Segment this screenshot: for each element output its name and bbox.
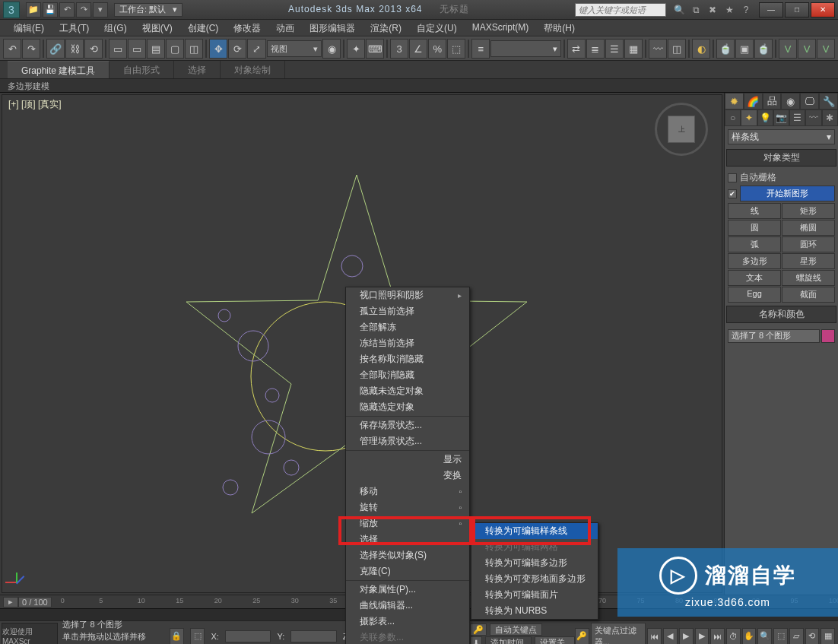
context-menu-item[interactable]: 旋转▫ xyxy=(346,500,469,516)
select-object-icon[interactable]: ▭ xyxy=(128,39,146,59)
angle-snap-icon[interactable]: ∠ xyxy=(409,39,427,59)
ribbon-panel-label[interactable]: 多边形建模 xyxy=(0,79,838,93)
goto-start-icon[interactable]: ⏮ xyxy=(647,628,662,645)
ribbon-tab[interactable]: 对象绘制 xyxy=(221,61,285,78)
shape-type-button[interactable]: 线 xyxy=(728,203,781,219)
zoom-extents-icon[interactable]: ⬚ xyxy=(773,628,788,645)
render-icon[interactable]: 🍵 xyxy=(754,39,773,59)
menu-item[interactable]: 图形编辑器 xyxy=(302,20,363,36)
qat-project-icon[interactable]: ▾ xyxy=(93,2,108,17)
context-menu-item[interactable]: 变换 xyxy=(346,468,469,484)
selection-set-dropdown[interactable]: ▾ xyxy=(490,40,561,57)
curve-editor-icon[interactable]: 〰 xyxy=(649,39,667,59)
vray-rt-icon[interactable]: V xyxy=(779,39,797,59)
menu-item[interactable]: 动画 xyxy=(268,20,302,36)
motion-tab-icon[interactable]: ◉ xyxy=(781,93,800,109)
next-frame-icon[interactable]: ▶ xyxy=(695,628,709,645)
maxscript-listener[interactable]: 欢迎使用 MAXScr xyxy=(2,623,58,645)
keyboard-icon[interactable]: ⌨ xyxy=(366,39,384,59)
context-menu-item[interactable]: 全部取消隐藏 xyxy=(346,367,469,383)
material-editor-icon[interactable]: ◐ xyxy=(692,39,710,59)
ref-coord-dropdown[interactable]: 视图▾ xyxy=(267,40,322,57)
bind-icon[interactable]: ⟲ xyxy=(84,39,103,59)
menu-item[interactable]: 工具(T) xyxy=(52,20,97,36)
scale-icon[interactable]: ⤢ xyxy=(247,39,265,59)
qat-open-icon[interactable]: 📁 xyxy=(26,2,41,17)
name-color-rollout[interactable]: 名称和颜色 xyxy=(726,306,836,323)
modify-tab-icon[interactable]: 🌈 xyxy=(744,93,763,109)
zoom-icon[interactable]: 🔍 xyxy=(757,628,772,645)
shape-type-button[interactable]: 圆 xyxy=(728,220,781,236)
frame-position[interactable]: 0 / 100 xyxy=(18,597,52,608)
align-icon[interactable]: ≣ xyxy=(586,39,605,59)
vray-prop-icon[interactable]: V xyxy=(817,39,835,59)
context-menu-item[interactable]: 按名称取消隐藏 xyxy=(346,351,469,367)
qat-undo-icon[interactable]: ↶ xyxy=(59,2,75,17)
transform-type-icon[interactable]: ⬚ xyxy=(190,628,205,645)
shape-type-button[interactable]: 螺旋线 xyxy=(782,270,835,286)
app-icon[interactable]: 3 xyxy=(3,2,20,18)
workspace-dropdown[interactable]: 工作台: 默认▾ xyxy=(114,3,183,17)
shape-type-button[interactable]: 椭圆 xyxy=(782,220,835,236)
time-config-icon[interactable]: ⏱ xyxy=(726,628,741,645)
move-icon[interactable]: ✥ xyxy=(209,39,227,59)
ribbon-tab[interactable]: 选择 xyxy=(174,61,221,78)
systems-cat-icon[interactable]: ✱ xyxy=(822,109,838,126)
time-tag-icon[interactable]: ⬇ xyxy=(470,636,482,644)
context-menu-item[interactable]: 视口照明和阴影 xyxy=(346,287,469,303)
qat-redo-icon[interactable]: ↷ xyxy=(76,2,91,17)
context-menu-item[interactable]: 移动▫ xyxy=(346,484,469,500)
context-menu-item[interactable]: 关联参数... xyxy=(346,630,469,644)
exchange-icon[interactable]: ✖ xyxy=(706,3,719,17)
maximize-button[interactable]: □ xyxy=(785,2,809,17)
context-menu-item[interactable]: 冻结当前选择 xyxy=(346,335,469,351)
context-menu-item[interactable]: 选择类似对象(S) xyxy=(346,547,469,563)
context-menu-item[interactable]: 全部解冻 xyxy=(346,319,469,335)
autokey-button[interactable]: 自动关键点 xyxy=(490,623,542,636)
menu-item[interactable]: MAXScript(M) xyxy=(465,20,537,36)
menu-item[interactable]: 修改器 xyxy=(226,20,268,36)
help-icon[interactable]: ? xyxy=(739,3,753,17)
fov-icon[interactable]: ▱ xyxy=(789,628,804,645)
maximize-viewport-icon[interactable]: ▦ xyxy=(821,628,835,645)
context-menu-item[interactable]: 缩放▫ xyxy=(346,516,469,531)
context-submenu-item[interactable]: 转换为可变形地面多边形 xyxy=(471,571,598,587)
shape-type-button[interactable]: 矩形 xyxy=(782,203,835,219)
context-submenu-item[interactable]: 转换为可编辑多边形 xyxy=(471,555,598,571)
render-setup-icon[interactable]: 🍵 xyxy=(716,39,735,59)
ribbon-toggle-icon[interactable]: ▦ xyxy=(624,39,643,59)
object-type-rollout[interactable]: 对象类型 xyxy=(726,149,836,167)
menu-item[interactable]: 自定义(U) xyxy=(409,20,465,36)
spinner-snap-icon[interactable]: ⬚ xyxy=(447,39,465,59)
shape-type-button[interactable]: Egg xyxy=(728,287,781,303)
render-frame-icon[interactable]: ▣ xyxy=(735,39,754,59)
setkey-button[interactable]: 设置关键点 xyxy=(535,636,575,644)
menu-item[interactable]: 帮助(H) xyxy=(536,20,582,36)
select-region-icon[interactable]: ▢ xyxy=(166,39,184,59)
select-filter-icon[interactable]: ▭ xyxy=(109,39,127,59)
orbit-icon[interactable]: ⟲ xyxy=(805,628,820,645)
cameras-cat-icon[interactable]: 📷 xyxy=(773,109,789,126)
shape-type-button[interactable]: 多边形 xyxy=(728,253,781,269)
infocenter-search-icon[interactable]: 🔍 xyxy=(672,3,686,17)
goto-end-icon[interactable]: ⏭ xyxy=(710,628,725,645)
shape-type-button[interactable]: 星形 xyxy=(782,253,835,269)
redo-icon[interactable]: ↷ xyxy=(22,39,40,59)
display-tab-icon[interactable]: 🖵 xyxy=(800,93,819,109)
context-menu-item[interactable]: 选择 xyxy=(346,531,469,547)
context-menu-item[interactable]: 摄影表... xyxy=(346,614,469,630)
context-menu-item[interactable]: 隐藏未选定对象 xyxy=(346,383,469,399)
context-submenu-item[interactable]: 转换为可编辑网格 xyxy=(471,539,598,555)
pan-view-icon[interactable]: ✋ xyxy=(742,628,757,645)
favorite-icon[interactable]: ★ xyxy=(722,3,736,17)
shape-type-button[interactable]: 弧 xyxy=(728,236,781,252)
shape-category-dropdown[interactable]: 样条线▾ xyxy=(728,129,835,144)
start-new-shape-button[interactable]: 开始新图形 xyxy=(740,186,835,201)
space-warp-icon[interactable]: 〰 xyxy=(805,109,821,126)
viewcube-face[interactable]: 上 xyxy=(668,116,695,143)
object-name-input[interactable]: 选择了 8 个图形 xyxy=(728,329,820,343)
context-menu-item[interactable]: 孤立当前选择 xyxy=(346,303,469,319)
pivot-icon[interactable]: ◉ xyxy=(322,39,341,59)
context-menu-item[interactable]: 克隆(C) xyxy=(346,563,469,579)
start-new-checkbox[interactable]: ✔ xyxy=(728,189,737,198)
